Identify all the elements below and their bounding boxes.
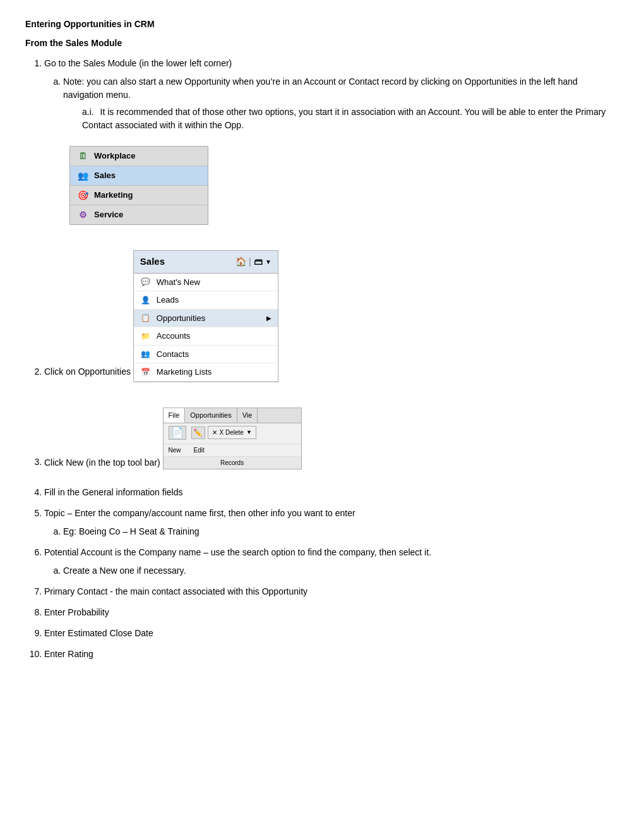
module-nav-screenshot: 🗓 Workplace 👥 Sales 🎯 Marketing ⚙ Servic…	[69, 146, 208, 225]
accounts-icon: 📁	[140, 330, 152, 342]
edit-icon-row: ✏️ ✕ X Delete ▼	[191, 426, 256, 439]
main-steps-list: Go to the Sales Module (in the lower lef…	[44, 57, 619, 661]
section-title: From the Sales Module	[25, 38, 619, 48]
step-7: Primary Contact - the main contact assoc…	[44, 585, 619, 598]
nav-item-service[interactable]: ⚙ Service	[70, 205, 208, 224]
new-button-group: 📄	[169, 426, 186, 441]
sales-item-accounts[interactable]: 📁 Accounts	[134, 327, 278, 346]
step-1a: Note: you can also start a new Opportuni…	[63, 75, 619, 132]
step-3: Click New (in the top tool bar) File Opp…	[44, 399, 619, 479]
sales-panel-icons: 🏠 | 🗃 ▼	[236, 255, 271, 269]
toolbar-panel: File Opportunities Vie 📄 ✏️	[163, 408, 302, 470]
grid-icon[interactable]: 🗃	[254, 255, 263, 269]
step-4: Fill in the General information fields	[44, 486, 619, 499]
edit-label: Edit	[194, 445, 205, 455]
sales-panel-title: Sales	[140, 255, 165, 269]
delete-dropdown[interactable]: ▼	[246, 428, 252, 437]
step-6-subs: Create a New one if necessary.	[63, 564, 619, 577]
step-10: Enter Rating	[44, 648, 619, 661]
records-label: Records	[164, 456, 301, 469]
nav-label-workplace: Workplace	[94, 150, 136, 162]
step-5a: Eg: Boeing Co – H Seat & Training	[63, 525, 619, 538]
delete-button[interactable]: ✕ X Delete ▼	[208, 426, 256, 439]
step-2: Click on Opportunities Sales 🏠 | 🗃 ▼ 💬 W…	[44, 241, 619, 391]
home-icon[interactable]: 🏠	[236, 255, 246, 269]
step-9: Enter Estimated Close Date	[44, 627, 619, 640]
nav-item-sales[interactable]: 👥 Sales	[70, 166, 208, 186]
opportunities-arrow: ▶	[266, 313, 271, 323]
sales-item-leads[interactable]: 👤 Leads	[134, 291, 278, 310]
step-6a: Create a New one if necessary.	[63, 564, 619, 577]
delete-label: X Delete	[220, 428, 244, 437]
contacts-icon: 👥	[140, 348, 152, 360]
step-5-subs: Eg: Boeing Co – H Seat & Training	[63, 525, 619, 538]
toolbar-labels: New Edit	[164, 444, 301, 456]
nav-label-sales: Sales	[94, 169, 116, 182]
nav-label-service: Service	[94, 208, 123, 221]
toolbar-tabs: File Opportunities Vie	[164, 408, 301, 424]
step-1: Go to the Sales Module (in the lower lef…	[44, 57, 619, 234]
whatsnew-icon: 💬	[140, 276, 152, 287]
tab-file[interactable]: File	[164, 408, 186, 423]
step-5: Topic – Enter the company/account name f…	[44, 507, 619, 538]
step-1-subs: Note: you can also start a new Opportuni…	[63, 75, 619, 132]
service-icon: ⚙	[76, 208, 89, 221]
leads-icon: 👤	[140, 294, 152, 306]
sales-item-whatsnew[interactable]: 💬 What's New	[134, 274, 278, 292]
step-1ai-list: a.i. It is recommended that of those oth…	[82, 106, 619, 132]
marketing-icon: 🎯	[76, 189, 89, 202]
dropdown-arrow[interactable]: ▼	[265, 257, 271, 267]
toolbar-buttons: 📄 ✏️ ✕ X Delete ▼	[164, 423, 301, 444]
opportunities-icon: 📋	[140, 312, 152, 323]
tab-view[interactable]: Vie	[237, 408, 258, 423]
new-label: New	[169, 445, 181, 455]
workplace-icon: 🗓	[76, 150, 89, 162]
sales-item-contacts[interactable]: 👥 Contacts	[134, 346, 278, 364]
page-title: Entering Opportunities in CRM	[25, 19, 619, 29]
step-6: Potential Account is the Company name – …	[44, 546, 619, 577]
separator: |	[249, 255, 251, 269]
new-button-icon[interactable]: 📄	[169, 426, 186, 440]
marketinglists-icon: 📅	[140, 366, 152, 378]
step-8: Enter Probability	[44, 606, 619, 619]
sales-item-marketinglists[interactable]: 📅 Marketing Lists	[134, 363, 278, 382]
nav-item-workplace[interactable]: 🗓 Workplace	[70, 147, 208, 166]
toolbar-screenshot: File Opportunities Vie 📄 ✏️	[163, 408, 302, 470]
nav-label-marketing: Marketing	[94, 189, 133, 202]
sales-icon: 👥	[76, 169, 89, 182]
edit-delete-group: ✏️ ✕ X Delete ▼	[191, 426, 256, 439]
sales-panel-screenshot: Sales 🏠 | 🗃 ▼ 💬 What's New 👤 Leads	[133, 250, 278, 382]
sales-item-opportunities[interactable]: 📋 Opportunities ▶	[134, 310, 278, 328]
module-nav-panel: 🗓 Workplace 👥 Sales 🎯 Marketing ⚙ Servic…	[69, 146, 208, 225]
sales-panel: Sales 🏠 | 🗃 ▼ 💬 What's New 👤 Leads	[133, 250, 278, 382]
sales-panel-header: Sales 🏠 | 🗃 ▼	[134, 251, 278, 274]
tab-opportunities[interactable]: Opportunities	[185, 408, 237, 423]
step-1ai: a.i. It is recommended that of those oth…	[82, 106, 619, 132]
edit-icon[interactable]: ✏️	[191, 426, 205, 439]
nav-item-marketing[interactable]: 🎯 Marketing	[70, 186, 208, 205]
delete-x: ✕	[212, 428, 217, 437]
